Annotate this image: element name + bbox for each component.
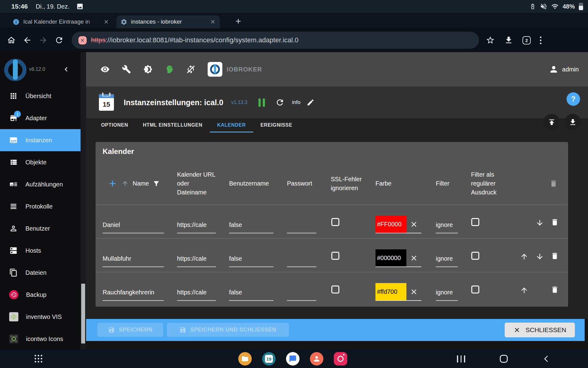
contacts-app-icon[interactable] <box>310 352 323 366</box>
url-input[interactable] <box>177 284 216 301</box>
name-input[interactable] <box>103 217 164 233</box>
home-icon[interactable] <box>7 36 16 45</box>
delete-row-icon[interactable] <box>551 286 559 294</box>
sidebar-item-adapter[interactable]: 1 Adapter <box>0 107 81 129</box>
forward-icon[interactable] <box>39 36 48 45</box>
not-secure-icon[interactable] <box>78 36 87 44</box>
home-nav-button[interactable] <box>500 355 508 363</box>
sidebar-item-backup[interactable]: Backup <box>0 284 81 306</box>
help-button[interactable]: ? <box>567 92 580 106</box>
sidebar-item-objekte[interactable]: Objekte <box>0 151 81 173</box>
color-swatch[interactable]: #000000 <box>375 249 406 266</box>
clear-color-icon[interactable] <box>410 220 418 228</box>
sort-arrow-icon[interactable] <box>122 180 129 187</box>
color-swatch[interactable]: #ffd700 <box>375 283 406 300</box>
bookmark-star-icon[interactable] <box>486 36 495 45</box>
sidebar-item-dateien[interactable]: Dateien <box>0 262 81 284</box>
ical-adapter-icon: SUNDAY 15 <box>99 94 114 111</box>
regex-checkbox[interactable] <box>471 286 479 293</box>
url-input[interactable] <box>177 217 216 233</box>
files-app-icon[interactable] <box>238 352 252 366</box>
dark-mode-icon[interactable] <box>143 65 153 74</box>
back-nav-button[interactable] <box>541 354 551 364</box>
move-down-icon[interactable] <box>536 252 544 261</box>
sidebar-item-uebersicht[interactable]: Übersicht <box>0 85 81 107</box>
filter-field-wrap <box>436 217 458 233</box>
restart-instance-icon[interactable] <box>275 98 285 107</box>
save-and-close-button[interactable]: SPEICHERN UND SCHLIESSEN <box>167 323 289 337</box>
add-row-icon[interactable] <box>107 178 118 189</box>
export-settings-button[interactable] <box>564 114 581 130</box>
filter-input[interactable] <box>436 217 458 233</box>
sidebar-item-protokolle[interactable]: Protokolle <box>0 195 81 217</box>
password-input[interactable] <box>287 217 316 233</box>
tab-html-einstellungen[interactable]: HTML EINSTELLUNGEN <box>135 118 210 132</box>
password-input[interactable] <box>287 284 316 301</box>
browser-tab-instances[interactable]: instances - iobroker <box>116 15 220 28</box>
browser-tab-strip: Ical Kalender Eintraage in instances - i… <box>0 13 588 28</box>
sidebar-item-hosts[interactable]: Hosts <box>0 240 81 262</box>
sidebar-item-inventwo-vis[interactable]: inventwo VIS <box>0 306 81 328</box>
recents-nav-button[interactable] <box>457 355 465 362</box>
regex-checkbox[interactable] <box>471 252 479 260</box>
sidebar-item-benutzer[interactable]: Benutzer <box>0 217 81 240</box>
tab-ereignisse[interactable]: EREIGNISSE <box>253 118 300 132</box>
ssl-ignore-checkbox[interactable] <box>331 218 339 226</box>
panel-title: Kalender <box>103 147 134 156</box>
user-menu[interactable]: admin <box>549 64 579 74</box>
filter-input[interactable] <box>436 251 458 267</box>
clear-color-icon[interactable] <box>410 288 418 296</box>
regex-checkbox[interactable] <box>471 218 479 226</box>
close-tab-icon[interactable] <box>210 19 216 25</box>
new-tab-button[interactable]: + <box>233 16 243 27</box>
move-down-icon[interactable] <box>536 219 544 227</box>
address-bar[interactable]: https://iobroker.local:8081/#tab-instanc… <box>72 32 479 49</box>
sync-disabled-icon[interactable] <box>186 65 195 74</box>
camera-app-icon[interactable] <box>334 352 347 366</box>
collapse-sidebar-icon[interactable] <box>62 65 70 74</box>
ssl-ignore-checkbox[interactable] <box>331 286 339 293</box>
url-input[interactable] <box>177 251 216 267</box>
settings-wrench-icon[interactable] <box>122 65 131 74</box>
filter-input[interactable] <box>436 284 458 301</box>
browser-tab-ical[interactable]: Ical Kalender Eintraage in <box>9 15 113 28</box>
username-input[interactable] <box>229 284 273 301</box>
tab-kalender[interactable]: KALENDER <box>210 118 253 132</box>
reload-icon[interactable] <box>55 36 64 45</box>
scrollbar-thumb[interactable] <box>81 284 85 343</box>
close-button[interactable]: SCHLIESSEN <box>505 323 575 337</box>
delete-row-icon[interactable] <box>551 218 559 226</box>
calendar-app-icon[interactable]: 19 <box>262 352 276 366</box>
move-up-icon[interactable] <box>520 252 528 261</box>
edit-pencil-icon[interactable] <box>307 98 315 106</box>
move-up-icon[interactable] <box>520 286 528 294</box>
back-icon[interactable] <box>23 36 32 45</box>
name-input[interactable] <box>103 251 164 267</box>
icontwo-icons-icon <box>9 334 18 343</box>
sidebar-item-instanzen[interactable]: Instanzen <box>0 129 81 151</box>
sidebar-item-icontwo-icons[interactable]: icontwo Icons <box>0 328 81 350</box>
pause-instance-icon[interactable] <box>258 98 265 107</box>
color-swatch[interactable]: #FF0000 <box>375 216 406 233</box>
filter-icon[interactable] <box>153 180 160 187</box>
username-input[interactable] <box>229 217 273 233</box>
delete-row-icon[interactable] <box>551 252 559 260</box>
expert-mode-icon[interactable] <box>165 65 174 74</box>
clear-color-icon[interactable] <box>410 254 418 262</box>
name-input[interactable] <box>103 284 164 301</box>
delete-all-icon[interactable] <box>549 179 558 188</box>
username-input[interactable] <box>229 251 273 267</box>
close-tab-icon[interactable] <box>103 19 109 25</box>
password-input[interactable] <box>287 251 316 267</box>
download-icon[interactable] <box>504 36 513 45</box>
app-drawer-icon[interactable] <box>35 355 42 362</box>
tab-optionen[interactable]: OPTIONEN <box>94 118 135 132</box>
sidebar-item-aufzaehlungen[interactable]: Aufzählungen <box>0 173 81 195</box>
view-toggle-eye-icon[interactable] <box>100 65 110 74</box>
browser-menu-icon[interactable] <box>540 36 541 44</box>
messages-app-icon[interactable] <box>286 352 300 366</box>
save-button[interactable]: SPEICHERN <box>97 323 163 337</box>
import-settings-button[interactable] <box>543 114 560 130</box>
ssl-ignore-checkbox[interactable] <box>331 252 339 260</box>
tab-count-button[interactable]: 2 <box>522 36 531 44</box>
